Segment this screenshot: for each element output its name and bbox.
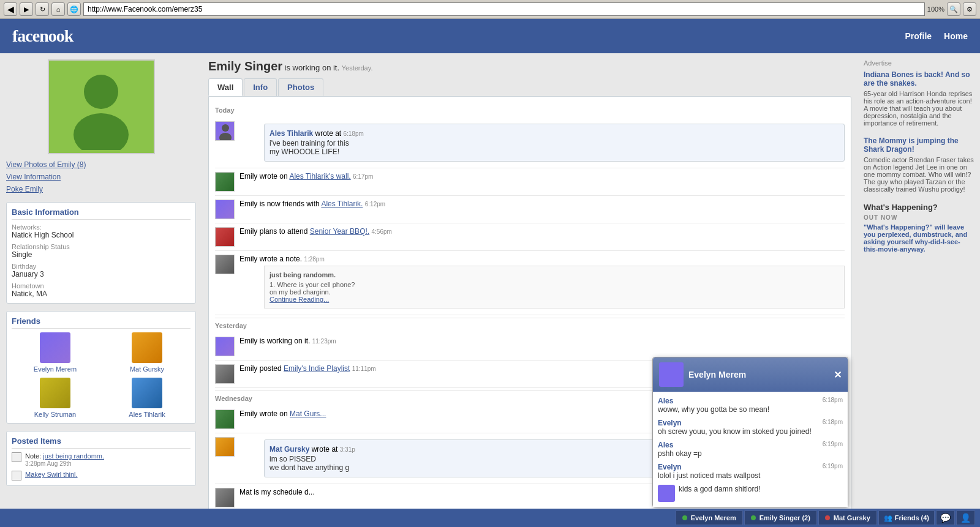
chat-msg-author-3: Evelyn <box>658 463 682 471</box>
view-info-link[interactable]: View Information <box>6 171 196 182</box>
emily-friends-text: Emily is now friends with <box>239 200 321 208</box>
playlist-link[interactable]: Emily's Indie Playlist <box>284 364 350 373</box>
feed-icon-friends-ales <box>215 200 235 219</box>
tabs: Wall Info Photos <box>208 78 851 96</box>
posted-items-header: Posted Items <box>12 436 190 449</box>
favicon: 🌐 <box>67 2 81 16</box>
tab-photos[interactable]: Photos <box>278 78 323 96</box>
feed-icon-mat-schedule <box>215 488 235 507</box>
back-button[interactable]: ◀ <box>4 2 17 16</box>
address-bar-container: 🌐 <box>67 2 925 16</box>
feed-icon-ales <box>215 121 235 141</box>
feed-item-emily-ales-wall: Emily wrote on Ales Tihlarik's wall. 6:1… <box>215 168 845 196</box>
profile-status: is working on it. Yesterday. <box>285 63 373 72</box>
ales-message-box: Ales Tihlarik wrote at 6:18pm i've been … <box>264 124 845 162</box>
feed-icon-note <box>215 255 235 274</box>
posted-item-icon-1 <box>12 471 21 480</box>
profile-picture <box>48 59 155 154</box>
continue-reading[interactable]: Continue Reading... <box>270 296 839 303</box>
ad2-title[interactable]: The Mommy is jumping the Shark Dragon! <box>864 136 974 154</box>
emily-wrote-text: Emily wrote on <box>239 172 289 181</box>
home-button[interactable]: ⌂ <box>51 2 65 16</box>
posted-items-section: Posted Items Note: just being randomm. 3… <box>6 431 196 486</box>
forward-button[interactable]: ▶ <box>20 2 33 16</box>
ad-section: Advertise Indiana Bones is back! And so … <box>864 59 974 127</box>
whats-happening-movie[interactable]: "What's Happening?" will leave you perpl… <box>864 223 974 253</box>
status-person-icon-button[interactable]: 👤 <box>956 510 975 525</box>
ales-message-time: 6:18pm <box>344 130 364 137</box>
chat-msg-2: Ales 6:19pm pshh okay =p <box>658 441 843 458</box>
poke-link[interactable]: Poke Emily <box>6 184 196 195</box>
right-sidebar: Advertise Indiana Bones is back! And so … <box>858 53 980 527</box>
tab-info[interactable]: Info <box>244 78 277 96</box>
friend-kelly[interactable]: Kelly Struman <box>12 378 99 418</box>
friends-header: Friends <box>12 316 190 329</box>
fb-logo: facenook <box>12 26 73 46</box>
feed-content-event: Emily plans to attend Senior Year BBQ!. … <box>239 227 845 236</box>
profile-header: Emily Singer is working on it. Yesterday… <box>208 59 851 73</box>
status-mat[interactable]: Mat Gursky <box>818 510 877 525</box>
view-photos-link[interactable]: View Photos of Emily (8) <box>6 159 196 170</box>
basic-info-section: Basic Information Networks: Natick High … <box>6 202 196 304</box>
emily-posted-text: Emily posted <box>239 364 284 373</box>
feed-content-emily-ales: Emily wrote on Ales Tihlarik's wall. 6:1… <box>239 172 845 181</box>
status-evelyn[interactable]: Evelyn Merem <box>676 510 743 525</box>
status-dot-mat <box>825 515 830 520</box>
chat-messages: Ales 6:18pm woww, why you gotta be so me… <box>653 392 848 507</box>
zoom-indicator: 100% <box>927 6 944 13</box>
mat-wall-link[interactable]: Mat Gurs... <box>290 409 326 418</box>
chat-system-text: kids a god damn shitlord! <box>679 485 760 493</box>
nav-home[interactable]: Home <box>944 31 968 41</box>
status-name-emily: Emily Singer (2) <box>760 514 810 521</box>
feed-icon-mat <box>215 437 235 457</box>
ales-friend-link[interactable]: Ales Tihlarik. <box>321 200 363 208</box>
left-sidebar: View Photos of Emily (8) View Informatio… <box>0 53 202 527</box>
note-box: just being randomm. 1. Where is your cel… <box>264 266 845 308</box>
status-chat-icon-button[interactable]: 💬 <box>936 510 955 525</box>
feed-icon-event <box>215 227 235 247</box>
posted-item-0: Note: just being randomm. 3:28pm Aug 29t… <box>12 452 190 467</box>
ad1-title[interactable]: Indiana Bones is back! And so are the sn… <box>864 70 974 88</box>
emily-playlist-time: 11:11pm <box>352 365 376 372</box>
friend-avatar-evelyn <box>40 332 70 363</box>
chat-close-button[interactable]: ✕ <box>834 369 842 381</box>
event-link[interactable]: Senior Year BBQ!. <box>310 227 369 236</box>
status-name-evelyn: Evelyn Merem <box>691 514 736 521</box>
chat-msg-text-3: lolol i just noticed mats wallpost <box>658 471 843 480</box>
posted-item-link-1[interactable]: Makey Swirl thinl. <box>25 471 78 478</box>
address-bar[interactable] <box>83 2 925 16</box>
svg-point-4 <box>219 133 232 141</box>
note-title: just being randomm. <box>270 271 839 278</box>
friends-section: Friends Evelyn Merem Mat Gursky Kelly St… <box>6 311 196 424</box>
friends-icon: 👥 <box>884 514 892 522</box>
emily-working-time: 11:23pm <box>312 338 336 345</box>
status-emily[interactable]: Emily Singer (2) <box>744 510 817 525</box>
feed-content-working: Emily is working on it. 11:23pm <box>239 337 845 345</box>
emily-event-text: Emily plans to attend <box>239 227 310 236</box>
friend-name-evelyn: Evelyn Merem <box>34 365 77 373</box>
feed-content-note: Emily wrote a note. 1:28pm just being ra… <box>239 255 845 311</box>
settings-button[interactable]: ⚙ <box>963 2 976 16</box>
svg-point-1 <box>84 75 118 109</box>
friend-ales[interactable]: Ales Tihlarik <box>104 378 190 418</box>
fb-header: facenook Profile Home <box>0 19 980 53</box>
chat-msg-author-2: Ales <box>658 441 673 449</box>
ales-message-text: i've been training for thismy WHOOOLE LI… <box>270 139 839 156</box>
friends-grid: Evelyn Merem Mat Gursky Kelly Struman Al… <box>12 332 190 418</box>
tab-wall[interactable]: Wall <box>208 78 243 96</box>
emily-event-time: 4:56pm <box>371 228 391 235</box>
nav-profile[interactable]: Profile <box>905 31 932 41</box>
status-friends-button[interactable]: 👥 Friends (4) <box>878 510 935 525</box>
friend-mat[interactable]: Mat Gursky <box>104 332 190 373</box>
feed-item-emily-friends-ales: Emily is now friends with Ales Tihlarik.… <box>215 196 845 223</box>
mat-message-time: 3:31p <box>340 446 355 453</box>
zoom-button[interactable]: 🔍 <box>947 2 960 16</box>
feed-icon-playlist <box>215 364 235 384</box>
refresh-button[interactable]: ↻ <box>36 2 49 16</box>
friend-evelyn[interactable]: Evelyn Merem <box>12 332 99 373</box>
ales-wall-link[interactable]: Ales Tihlarik's wall. <box>289 172 350 181</box>
chat-header: Evelyn Merem ✕ <box>653 357 848 392</box>
fb-nav: Profile Home <box>905 31 968 41</box>
ad2-body: Comedic actor Brendan Fraser takes on Ac… <box>864 156 974 193</box>
posted-item-link-0[interactable]: just being randomm. <box>43 452 104 460</box>
